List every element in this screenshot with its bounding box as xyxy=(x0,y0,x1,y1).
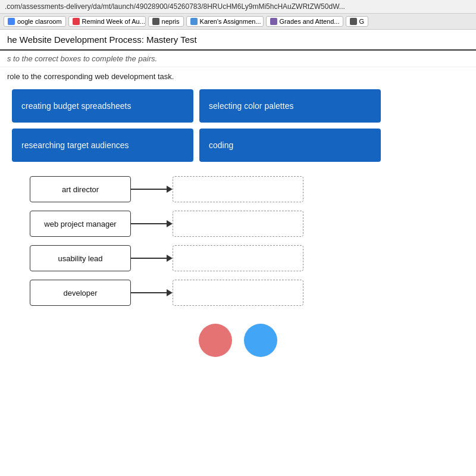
submit-button[interactable] xyxy=(244,324,277,357)
tab-nepris[interactable]: nepris xyxy=(148,16,184,27)
role-dev-drop-box[interactable] xyxy=(173,280,303,306)
tab-icon-grades xyxy=(270,18,277,25)
role-pm-drop-box[interactable] xyxy=(173,211,303,237)
role-dev-arrow-head xyxy=(167,289,173,296)
match-row-role-dev: developer xyxy=(30,280,464,306)
tile-color[interactable]: selecting color palettes xyxy=(199,89,381,123)
role-dev-arrow-line xyxy=(131,292,167,293)
main-content: creating budget spreadsheetsselecting co… xyxy=(0,83,476,369)
role-pm-arrow-line xyxy=(131,223,167,224)
tab-karens[interactable]: Karen's Assignmen... xyxy=(186,16,264,27)
role-usability-arrow-head xyxy=(167,255,173,262)
role-usability-box: usability lead xyxy=(30,245,131,271)
tab-icon-google xyxy=(8,18,15,25)
tab-icon-remind xyxy=(73,18,80,25)
tab-label-grades: Grades and Attend... xyxy=(280,18,340,25)
matching-area: art directorweb project managerusability… xyxy=(12,176,464,306)
role-art-arrow-line xyxy=(131,189,167,190)
role-dev-box: developer xyxy=(30,280,131,306)
role-art-drop-box[interactable] xyxy=(173,176,303,202)
role-pm-arrow-head xyxy=(167,220,173,227)
tab-label-google: oogle clasroom xyxy=(17,18,62,25)
tab-remind[interactable]: Remind Week of Au... xyxy=(68,16,146,27)
role-art-arrow-head xyxy=(167,186,173,193)
tab-last[interactable]: G xyxy=(346,16,369,27)
instruction-full: role to the corresponding web developmen… xyxy=(0,67,476,83)
tile-budget[interactable]: creating budget spreadsheets xyxy=(12,89,193,123)
bottom-buttons xyxy=(12,324,464,357)
instruction-partial: s to the correct boxes to complete the p… xyxy=(0,51,476,67)
answer-tiles: creating budget spreadsheetsselecting co… xyxy=(12,89,381,162)
role-pm-box: web project manager xyxy=(30,211,131,237)
tab-label-nepris: nepris xyxy=(162,18,180,25)
tab-google[interactable]: oogle clasroom xyxy=(4,16,66,27)
match-row-role-art: art director xyxy=(30,176,464,202)
page-title: he Website Development Process: Mastery … xyxy=(0,30,476,51)
tile-research[interactable]: researching target audiences xyxy=(12,129,193,162)
tab-label-karens: Karen's Assignmen... xyxy=(200,18,261,25)
tab-icon-last xyxy=(350,18,357,25)
tab-icon-nepris xyxy=(152,18,159,25)
tab-label-last: G xyxy=(359,18,365,25)
tabs-bar: oogle clasroomRemind Week of Au...nepris… xyxy=(0,14,476,30)
role-usability-arrow-line xyxy=(131,258,167,259)
reset-button[interactable] xyxy=(199,324,232,357)
tab-grades[interactable]: Grades and Attend... xyxy=(266,16,343,27)
address-bar: .com/assessments-delivery/da/mt/launch/4… xyxy=(0,0,476,14)
role-art-box: art director xyxy=(30,176,131,202)
tile-coding[interactable]: coding xyxy=(199,129,381,162)
match-row-role-pm: web project manager xyxy=(30,211,464,237)
role-usability-drop-box[interactable] xyxy=(173,245,303,271)
match-row-role-usability: usability lead xyxy=(30,245,464,271)
tab-label-remind: Remind Week of Au... xyxy=(82,18,145,25)
tab-icon-karens xyxy=(190,18,198,25)
